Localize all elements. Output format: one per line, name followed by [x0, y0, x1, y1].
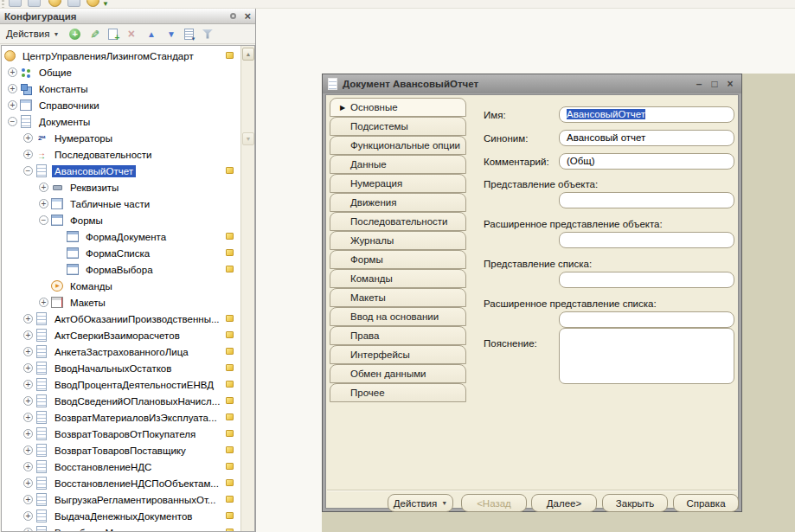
tree-expander-icon[interactable]: +	[23, 133, 33, 143]
panel-close-icon[interactable]: ×	[244, 10, 251, 22]
tree-expander-icon[interactable]: +	[23, 528, 33, 531]
add-icon[interactable]	[68, 28, 81, 41]
tree-item[interactable]: +ВыдачаДенежныхДокументов	[2, 508, 240, 524]
explanation-field[interactable]	[559, 328, 734, 384]
close-button-footer[interactable]: Закрыть	[602, 494, 668, 512]
tree-expander-icon[interactable]: +	[23, 314, 33, 324]
tab-подсистемы[interactable]: Подсистемы	[330, 117, 466, 136]
tree-item[interactable]: +Общие	[2, 64, 240, 80]
tree-item[interactable]: +АктОбОказанииПроизводственны...	[2, 311, 240, 327]
pin-icon[interactable]	[230, 13, 236, 19]
filter-icon[interactable]	[201, 28, 214, 41]
maximize-button[interactable]: □	[708, 79, 721, 89]
list-icon[interactable]	[184, 29, 194, 40]
tree-expander-icon[interactable]: +	[23, 478, 33, 488]
close-button[interactable]: ×	[724, 79, 736, 89]
tree-expander-icon[interactable]: +	[23, 445, 33, 455]
tree-item[interactable]: −Документы	[2, 113, 240, 130]
tab-прочее[interactable]: Прочее	[330, 383, 466, 402]
tree-expander-icon[interactable]: +	[39, 298, 48, 307]
globe-icon[interactable]	[48, 0, 61, 7]
next-button[interactable]: Далее>	[531, 494, 597, 512]
tree-item[interactable]: +Константы	[2, 80, 240, 97]
edit-icon[interactable]	[88, 28, 101, 41]
extended-list-presentation-field[interactable]	[559, 311, 734, 328]
synonym-field[interactable]: Авансовый отчет	[559, 130, 734, 146]
tree-scrollbar[interactable]: ▲ ▼	[240, 46, 254, 531]
tab-обмен-данными[interactable]: Обмен данными	[330, 364, 466, 383]
tab-последовательности[interactable]: Последовательности	[330, 212, 466, 231]
tree-expander-icon[interactable]: +	[23, 495, 33, 504]
tab-функциональные-опции[interactable]: Функциональные опции	[330, 136, 466, 155]
tab-данные[interactable]: Данные	[330, 155, 466, 174]
tab-формы[interactable]: Формы	[330, 250, 466, 269]
delete-icon[interactable]	[125, 28, 138, 41]
dropdown-arrow-icon[interactable]: ▼	[102, 0, 115, 9]
comment-field[interactable]: (Общ)	[559, 153, 734, 170]
actions-menu-button[interactable]: Действия ▼	[3, 28, 61, 40]
tab-интерфейсы[interactable]: Интерфейсы	[330, 345, 466, 364]
tree-item[interactable]: +ВозвратМатериаловИзЭксплуата...	[2, 409, 240, 426]
tree-item[interactable]: +Справочники	[2, 97, 240, 113]
tree-item[interactable]: Команды	[2, 278, 240, 294]
tab-макеты[interactable]: Макеты	[330, 288, 466, 307]
tree-item[interactable]: −АвансовыйОтчет	[2, 163, 240, 179]
scroll-down-icon[interactable]: ▼	[242, 132, 254, 145]
tree-expander-icon[interactable]: −	[23, 166, 33, 176]
move-up-icon[interactable]	[144, 28, 157, 41]
tree-item[interactable]: −Формы	[2, 212, 240, 228]
tree-item[interactable]: +ВосстановлениеНДС	[2, 458, 240, 475]
move-down-icon[interactable]	[164, 28, 177, 41]
tree-expander-icon[interactable]: +	[23, 413, 33, 422]
name-field[interactable]: АвансовыйОтчет	[559, 106, 734, 123]
scroll-up-icon[interactable]: ▲	[242, 48, 254, 61]
tab-ввод-на-основании[interactable]: Ввод на основании	[330, 307, 466, 326]
tree-item[interactable]: ФормаДокумента	[2, 228, 240, 245]
tree-expander-icon[interactable]: +	[23, 150, 33, 159]
tree-expander-icon[interactable]: −	[8, 117, 17, 126]
tree-expander-icon[interactable]: +	[23, 330, 33, 340]
tab-движения[interactable]: Движения	[330, 193, 466, 212]
tree-item[interactable]: +Табличные части	[2, 195, 240, 212]
add-copy-icon[interactable]	[108, 29, 118, 40]
tree-item[interactable]: +ВводНачальныхОстатков	[2, 360, 240, 376]
tree-expander-icon[interactable]: +	[23, 380, 33, 389]
tree-item[interactable]: ФормаВыбора	[2, 261, 240, 278]
dialog-titlebar[interactable]: Документ АвансовыйОтчет –□×	[323, 74, 741, 93]
tree-expander-icon[interactable]: +	[8, 84, 17, 93]
report-icon[interactable]	[67, 0, 80, 7]
window-icon[interactable]	[9, 0, 22, 7]
tree-expander-icon[interactable]: +	[39, 183, 48, 192]
start-debug-icon[interactable]	[87, 0, 99, 7]
tab-нумерация[interactable]: Нумерация	[330, 174, 466, 193]
tree-item[interactable]: +Макеты	[2, 294, 240, 311]
tree-expander-icon[interactable]: +	[23, 347, 33, 356]
tree-item[interactable]: +ВозвратТоваровПоставщику	[2, 442, 240, 458]
tree-item[interactable]: +Реквизиты	[2, 179, 240, 195]
tree-item[interactable]: +ВыработкаМатериалов	[2, 524, 240, 531]
minimize-button[interactable]: –	[693, 79, 705, 89]
tree-item[interactable]: +ВыгрузкаРегламентированныхОт...	[2, 491, 240, 508]
list-presentation-field[interactable]	[559, 272, 734, 288]
help-button[interactable]: Справка	[673, 494, 739, 512]
tab-основные[interactable]: ▶Основные	[330, 98, 466, 117]
object-presentation-field[interactable]	[559, 192, 734, 208]
tree-item[interactable]: +ВводПроцентаДеятельностиЕНВД	[2, 376, 240, 393]
dialog-actions-button[interactable]: Действия▼	[388, 494, 453, 512]
tree-item[interactable]: +Последовательности	[2, 146, 240, 163]
tree-item[interactable]: +АнкетаЗастрахованногоЛица	[2, 343, 240, 360]
tree-expander-icon[interactable]: +	[39, 199, 48, 208]
tree-item[interactable]: ЦентрУправленияЛизингомСтандарт	[2, 48, 240, 64]
tree-expander-icon[interactable]: +	[23, 462, 33, 471]
tab-права[interactable]: Права	[330, 326, 466, 345]
tree-item[interactable]: +ВводСведенийОПлановыхНачисл...	[2, 393, 240, 409]
tree-item[interactable]: +ВозвратТоваровОтПокупателя	[2, 426, 240, 442]
tree-item[interactable]: ФормаСписка	[2, 245, 240, 261]
tab-команды[interactable]: Команды	[330, 269, 466, 288]
tree-expander-icon[interactable]: +	[8, 67, 17, 77]
tree-expander-icon[interactable]: +	[23, 363, 33, 373]
tree-item[interactable]: +ВосстановлениеНДСПоОбъектам...	[2, 475, 240, 491]
tree-expander-icon[interactable]: +	[23, 396, 33, 406]
tree-expander-icon[interactable]: −	[39, 215, 48, 225]
tree-expander-icon[interactable]: +	[23, 429, 33, 439]
